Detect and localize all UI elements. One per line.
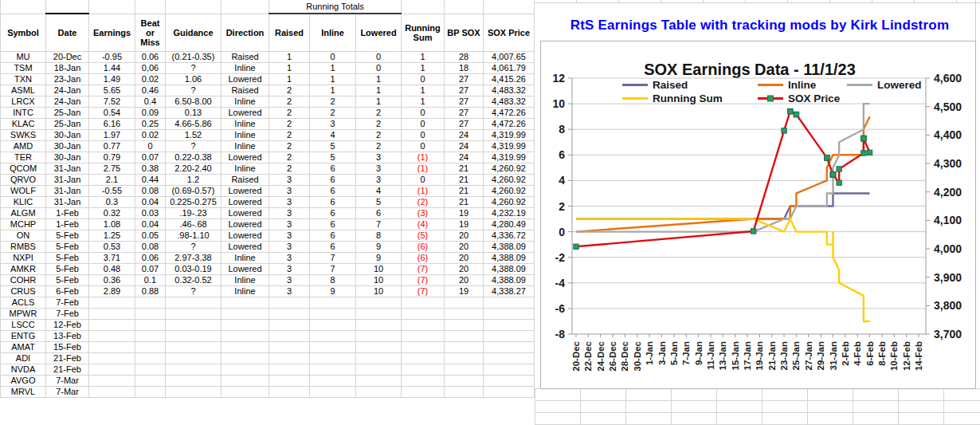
- table-cell[interactable]: [445, 331, 484, 342]
- column-header-symbol[interactable]: Symbol: [1, 14, 46, 52]
- table-cell[interactable]: 2: [356, 119, 402, 130]
- table-cell[interactable]: 3: [269, 286, 310, 297]
- table-cell[interactable]: 1.06: [166, 74, 221, 85]
- table-cell[interactable]: [89, 376, 135, 387]
- table-cell[interactable]: [402, 353, 445, 364]
- empty-cell[interactable]: [484, 0, 535, 14]
- table-cell[interactable]: 19: [445, 219, 484, 230]
- empty-cell[interactable]: [166, 0, 221, 14]
- table-cell[interactable]: 2: [356, 141, 402, 152]
- table-cell[interactable]: 1: [310, 85, 356, 96]
- table-cell[interactable]: TER: [1, 152, 46, 163]
- table-cell[interactable]: AMAT: [1, 342, 46, 353]
- table-cell[interactable]: 3: [269, 264, 310, 275]
- table-cell[interactable]: 6: [356, 208, 402, 219]
- table-cell[interactable]: [356, 387, 402, 398]
- table-cell[interactable]: 19: [445, 208, 484, 219]
- table-cell[interactable]: 2: [310, 96, 356, 108]
- table-cell[interactable]: 1: [402, 52, 445, 63]
- table-cell[interactable]: 0.09: [135, 108, 166, 119]
- table-cell[interactable]: 7.52: [89, 96, 135, 108]
- table-cell[interactable]: Lowered: [221, 230, 269, 242]
- table-cell[interactable]: [135, 353, 166, 364]
- table-cell[interactable]: AVGO: [1, 376, 46, 387]
- table-cell[interactable]: [221, 297, 269, 309]
- table-cell[interactable]: 4,319.99: [484, 152, 535, 163]
- table-cell[interactable]: [269, 320, 310, 331]
- table-cell[interactable]: 21: [445, 175, 484, 186]
- table-cell[interactable]: [310, 320, 356, 331]
- table-cell[interactable]: [356, 364, 402, 376]
- table-cell[interactable]: 0.3: [89, 197, 135, 208]
- table-cell[interactable]: MCHP: [1, 219, 46, 230]
- column-header-direction[interactable]: Direction: [221, 14, 269, 52]
- table-cell[interactable]: [89, 331, 135, 342]
- table-cell[interactable]: ?: [166, 286, 221, 297]
- table-cell[interactable]: 0: [310, 52, 356, 63]
- table-cell[interactable]: [166, 342, 221, 353]
- table-cell[interactable]: 1: [402, 85, 445, 96]
- table-cell[interactable]: 1.2: [166, 175, 221, 186]
- table-cell[interactable]: 13-Feb: [46, 331, 89, 342]
- table-cell[interactable]: 0.06: [135, 253, 166, 264]
- table-cell[interactable]: [221, 364, 269, 376]
- table-cell[interactable]: [356, 320, 402, 331]
- table-cell[interactable]: [89, 353, 135, 364]
- table-cell[interactable]: 0.79: [89, 152, 135, 163]
- table-cell[interactable]: 0: [402, 130, 445, 141]
- table-cell[interactable]: 20: [445, 230, 484, 242]
- table-cell[interactable]: 3: [269, 219, 310, 230]
- table-cell[interactable]: [166, 331, 221, 342]
- table-cell[interactable]: [445, 309, 484, 320]
- table-cell[interactable]: 15-Feb: [46, 342, 89, 353]
- table-cell[interactable]: 0.08: [135, 242, 166, 253]
- table-cell[interactable]: Raised: [221, 85, 269, 96]
- table-cell[interactable]: 4,388.09: [484, 242, 535, 253]
- column-header-bp-sox[interactable]: BP SOX: [445, 14, 484, 52]
- table-cell[interactable]: 0.02: [135, 74, 166, 85]
- table-cell[interactable]: NVDA: [1, 364, 46, 376]
- table-cell[interactable]: 7: [310, 253, 356, 264]
- table-cell[interactable]: 6.16: [89, 119, 135, 130]
- table-cell[interactable]: 30-Jan: [46, 152, 89, 163]
- empty-cell[interactable]: [402, 0, 445, 14]
- table-cell[interactable]: 8: [356, 230, 402, 242]
- table-cell[interactable]: 6: [310, 208, 356, 219]
- table-cell[interactable]: 21-Feb: [46, 364, 89, 376]
- table-cell[interactable]: 2: [269, 152, 310, 163]
- table-cell[interactable]: [135, 364, 166, 376]
- table-cell[interactable]: Raised: [221, 52, 269, 63]
- table-cell[interactable]: 25-Jan: [46, 119, 89, 130]
- table-cell[interactable]: 10: [356, 264, 402, 275]
- table-cell[interactable]: (1): [402, 186, 445, 197]
- table-cell[interactable]: [269, 309, 310, 320]
- table-cell[interactable]: Inline: [221, 63, 269, 74]
- table-cell[interactable]: (7): [402, 286, 445, 297]
- table-cell[interactable]: 25-Jan: [46, 108, 89, 119]
- table-cell[interactable]: KLIC: [1, 197, 46, 208]
- table-cell[interactable]: 4,415.26: [484, 74, 535, 85]
- table-cell[interactable]: [445, 364, 484, 376]
- table-cell[interactable]: 1: [269, 74, 310, 85]
- table-cell[interactable]: (6): [402, 253, 445, 264]
- table-cell[interactable]: 0.88: [135, 286, 166, 297]
- table-cell[interactable]: 1: [356, 85, 402, 96]
- table-cell[interactable]: Lowered: [221, 74, 269, 85]
- table-cell[interactable]: 4,319.99: [484, 141, 535, 152]
- table-cell[interactable]: .46-.68: [166, 219, 221, 230]
- table-cell[interactable]: 0.225-0.275: [166, 197, 221, 208]
- table-cell[interactable]: [135, 342, 166, 353]
- table-cell[interactable]: 4,388.09: [484, 264, 535, 275]
- table-cell[interactable]: [166, 376, 221, 387]
- table-cell[interactable]: 4: [356, 186, 402, 197]
- table-cell[interactable]: [484, 353, 535, 364]
- table-cell[interactable]: (1): [402, 152, 445, 163]
- table-cell[interactable]: 1-Feb: [46, 219, 89, 230]
- table-cell[interactable]: [269, 297, 310, 309]
- table-cell[interactable]: 4,260.92: [484, 197, 535, 208]
- table-cell[interactable]: 4,338.27: [484, 286, 535, 297]
- table-cell[interactable]: 21: [445, 186, 484, 197]
- table-cell[interactable]: [402, 331, 445, 342]
- table-cell[interactable]: [221, 387, 269, 398]
- table-cell[interactable]: -0.95: [89, 52, 135, 63]
